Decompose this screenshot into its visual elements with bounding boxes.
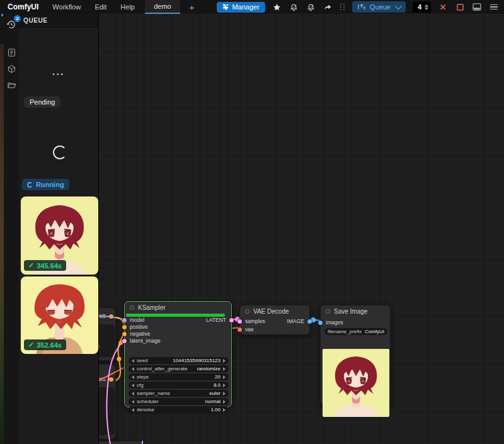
ksampler-node[interactable]: KSampler model positive negative latent_…	[124, 301, 232, 407]
output-label: NING	[99, 376, 106, 382]
folder-open-icon	[7, 81, 16, 90]
loading-spinner-icon	[53, 145, 67, 159]
workflow-tab-demo[interactable]: demo	[145, 0, 180, 14]
output-latent[interactable]: LATENT	[206, 317, 234, 323]
negative-input-dot[interactable]	[122, 332, 127, 336]
collapse-dot-icon[interactable]	[245, 309, 249, 314]
samples-input-dot[interactable]	[238, 319, 242, 324]
menu-workflow[interactable]: Workflow	[52, 3, 81, 11]
rail-tab-workflows[interactable]	[4, 78, 18, 92]
images-input-dot[interactable]	[318, 321, 323, 325]
widget-value: ComfyUI	[364, 329, 384, 334]
decrement-arrow-icon[interactable]	[132, 392, 134, 396]
image-output-dot[interactable]	[307, 319, 312, 324]
node-output-conditioning[interactable]: NING	[99, 376, 113, 382]
rail-tab-node-library[interactable]	[4, 45, 18, 59]
increment-arrow-icon[interactable]	[223, 408, 226, 412]
decrement-arrow-icon[interactable]	[132, 367, 134, 371]
widget-seed[interactable]: seed 10441535990315123	[129, 357, 229, 364]
partial-node-bottom[interactable]	[99, 441, 144, 444]
widget-sampler-name[interactable]: sampler_name euler	[129, 390, 229, 397]
widget-steps[interactable]: steps 20	[129, 373, 229, 380]
menu-edit[interactable]: Edit	[94, 3, 106, 11]
input-vae[interactable]: vae	[238, 326, 254, 333]
positive-input-dot[interactable]	[122, 325, 127, 329]
queue-result-item[interactable]: ✓ 345.64s	[21, 196, 98, 275]
decrement-arrow-icon[interactable]	[132, 375, 134, 379]
share-icon[interactable]	[323, 2, 333, 12]
bell-icon[interactable]	[289, 2, 299, 12]
widget-control-after-generate[interactable]: control_after_generate randomize	[129, 365, 229, 372]
menubar: ComfyUI Workflow Edit Help demo + Manage…	[0, 0, 504, 14]
model-input-dot[interactable]	[122, 318, 127, 322]
star-icon[interactable]	[272, 2, 282, 12]
increment-arrow-icon[interactable]	[223, 384, 226, 387]
rail-tab-model-library[interactable]	[4, 62, 18, 76]
output-image[interactable]: IMAGE	[287, 318, 312, 324]
queue-count-badge: 2	[14, 15, 21, 22]
input-negative[interactable]: negative	[122, 331, 150, 337]
widget-scheduler[interactable]: scheduler normal	[129, 398, 229, 405]
decrement-arrow-icon[interactable]	[132, 359, 134, 363]
menu-icon[interactable]	[489, 2, 499, 12]
prompt-text-widget[interactable]	[99, 387, 115, 435]
queue-result-item[interactable]: ✓ 352.64s	[21, 276, 98, 354]
increment-arrow-icon[interactable]	[223, 359, 226, 363]
clip-text-encode-node-negative[interactable]: NING	[99, 364, 116, 440]
puzzle-icon	[222, 4, 229, 10]
rail-tab-queue[interactable]: 2	[4, 18, 18, 31]
stop-icon[interactable]	[455, 2, 465, 12]
increment-arrow-icon[interactable]	[223, 392, 226, 396]
vae-input-dot[interactable]	[238, 327, 242, 332]
increment-arrow-icon[interactable]	[223, 367, 226, 371]
ksampler-title-bar[interactable]: KSampler	[125, 302, 231, 313]
vae-decode-title-bar[interactable]: VAE Decode	[240, 305, 309, 317]
widget-filename-prefix[interactable]: filename_prefix ComfyUI	[324, 328, 387, 335]
collapse-dot-icon[interactable]	[130, 305, 134, 310]
batch-count-stepper[interactable]: 4	[413, 2, 431, 13]
output-label: NING	[99, 313, 106, 319]
clip-text-encode-node-positive[interactable]: NING th -lor, ed :itable	[99, 307, 116, 361]
running-spinner-icon	[27, 182, 33, 188]
manager-button[interactable]: Manager	[217, 2, 265, 13]
increment-arrow-icon[interactable]	[223, 400, 226, 404]
collapse-dot-icon[interactable]	[326, 309, 330, 314]
save-image-title-bar[interactable]: Save Image	[321, 305, 390, 317]
node-graph-canvas[interactable]: NING th -lor, ed :itable NING	[99, 14, 504, 444]
conditioning-output-dot[interactable]	[109, 314, 113, 319]
reroute-dot[interactable]	[117, 357, 122, 361]
more-items-button[interactable]: ···	[52, 69, 65, 79]
chevron-down-icon[interactable]	[395, 3, 402, 9]
new-workflow-tab-button[interactable]: +	[189, 3, 195, 12]
drag-grip-icon[interactable]	[340, 4, 345, 10]
saved-image-preview[interactable]	[323, 349, 389, 417]
increment-arrow-icon[interactable]	[223, 375, 226, 379]
cancel-run-icon[interactable]: ✕	[438, 2, 448, 12]
prompt-text-widget[interactable]: th -lor, ed :itable	[99, 324, 115, 357]
vae-decode-node[interactable]: VAE Decode samples vae IMAGE	[239, 305, 310, 335]
input-label: latent_image	[130, 338, 161, 344]
decrement-arrow-icon[interactable]	[132, 408, 134, 412]
bell-slash-icon[interactable]	[306, 2, 316, 12]
queue-button[interactable]: Queue	[352, 1, 406, 13]
widget-cfg[interactable]: cfg 8.0	[129, 382, 229, 389]
latent-output-dot[interactable]	[229, 318, 234, 322]
decrement-arrow-icon[interactable]	[132, 400, 134, 404]
save-image-node[interactable]: Save Image images filename_prefix ComfyU…	[320, 305, 391, 406]
widget-denoise[interactable]: denoise 1.00	[129, 406, 229, 413]
input-images[interactable]: images	[318, 319, 343, 326]
node-output-conditioning[interactable]: NING	[99, 313, 113, 319]
queue-list-icon	[358, 4, 365, 11]
input-positive[interactable]: positive	[122, 324, 148, 330]
input-label: images	[326, 319, 343, 326]
menu-help[interactable]: Help	[120, 3, 135, 11]
latent-image-input-dot[interactable]	[122, 339, 127, 343]
input-latent-image[interactable]: latent_image	[122, 338, 161, 344]
decrement-arrow-icon[interactable]	[132, 384, 134, 387]
conditioning-output-dot[interactable]	[109, 377, 113, 382]
stepper-arrows-icon[interactable]	[425, 4, 428, 10]
input-model[interactable]: model	[122, 317, 144, 323]
input-samples[interactable]: samples	[238, 318, 265, 324]
app-logo[interactable]: ComfyUI	[8, 3, 38, 11]
bottom-panel-icon[interactable]	[472, 2, 482, 12]
